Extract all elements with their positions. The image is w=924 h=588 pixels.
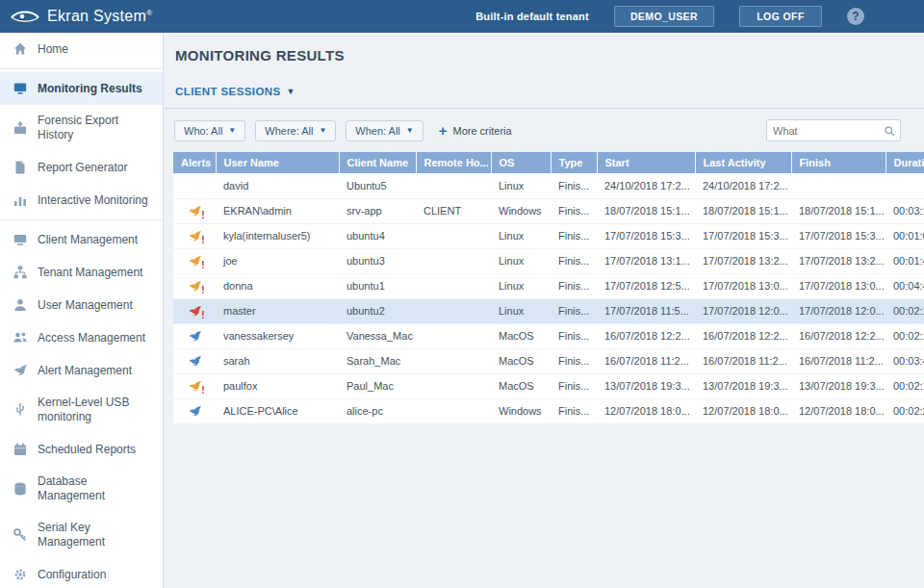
column-header-last-activity[interactable]: Last Activity [695, 152, 791, 173]
cell-start: 24/10/2018 17:2... [597, 173, 695, 198]
column-header-client-name[interactable]: Client Name [339, 152, 416, 173]
help-icon[interactable]: ? [847, 8, 864, 25]
cell-type: Finis... [551, 198, 597, 223]
session-row[interactable]: !donnaubuntu1LinuxFinis...17/07/2018 12:… [173, 273, 924, 298]
user-menu-button[interactable]: DEMO_USER [614, 6, 714, 27]
session-row[interactable]: !paulfoxPaul_MacMacOSFinis...13/07/2018 … [173, 373, 924, 398]
cell-client: Paul_Mac [339, 373, 416, 398]
column-header-remote-ho[interactable]: Remote Ho... [416, 152, 491, 173]
sidebar-item-alert-management[interactable]: Alert Management [0, 354, 163, 387]
sidebar-item-kernel-level-usb-monitoring[interactable]: Kernel-Level USB monitoring [0, 387, 163, 433]
main-content: MONITORING RESULTS CLIENT SESSIONS ▼ Who… [165, 33, 924, 588]
alerts-cell: ! [173, 298, 216, 323]
cell-os: Windows [491, 198, 551, 223]
cell-client: Sarah_Mac [339, 348, 416, 373]
sidebar-item-report-generator[interactable]: Report Generator [0, 151, 163, 184]
cell-client: Vanessa_Mac [339, 323, 416, 348]
sidebar-item-configuration[interactable]: Configuration [0, 558, 163, 588]
cell-finish: 16/07/2018 11:2... [791, 348, 886, 373]
sidebar-item-serial-key-management[interactable]: Serial Key Management [0, 512, 163, 558]
session-row[interactable]: !kyla(internaluser5)ubuntu4LinuxFinis...… [173, 223, 924, 248]
sidebar-item-monitoring-results[interactable]: Monitoring Results [0, 72, 163, 105]
page-title: MONITORING RESULTS [175, 47, 924, 64]
cell-os: Linux [491, 248, 551, 273]
sidebar-item-label: Alert Management [38, 364, 132, 378]
sidebar-item-forensic-export-history[interactable]: Forensic Export History [0, 105, 163, 151]
column-header-type[interactable]: Type [551, 152, 597, 173]
cell-start: 12/07/2018 18:0... [597, 398, 695, 423]
cell-duration: 00:04:44 [886, 273, 924, 298]
session-row[interactable]: !masterubuntu2LinuxFinis...17/07/2018 11… [173, 298, 924, 323]
cell-remote: CLIENT [416, 198, 491, 223]
column-header-user-name[interactable]: User Name [216, 152, 339, 173]
cell-start: 17/07/2018 11:5... [597, 298, 695, 323]
search-input[interactable] [767, 125, 884, 137]
cell-last: 17/07/2018 13:2... [695, 248, 791, 273]
column-header-start[interactable]: Start [597, 152, 695, 173]
alert-flag-icon: ! [188, 204, 202, 218]
alert-flag-icon [188, 329, 202, 344]
tab-client-sessions[interactable]: CLIENT SESSIONS ▼ [175, 86, 295, 97]
sidebar-item-label: Scheduled Reports [38, 443, 136, 457]
cell-duration: 00:02:14 [886, 323, 924, 348]
cell-client: ubuntu1 [339, 273, 416, 298]
cell-os: Linux [491, 173, 551, 198]
cell-os: MacOS [491, 348, 551, 373]
cell-start: 17/07/2018 15:3... [597, 223, 695, 248]
session-row[interactable]: ALICE-PC\Alicealice-pcWindowsFinis...12/… [173, 398, 924, 423]
cell-last: 17/07/2018 15:3... [695, 223, 791, 248]
cell-duration: 00:02:14 [886, 373, 924, 398]
sidebar-item-tenant-management[interactable]: Tenant Management [0, 256, 163, 289]
cell-client: ubuntu2 [339, 298, 416, 323]
sidebar-item-interactive-monitoring[interactable]: Interactive Monitoring [0, 184, 163, 217]
column-header-os[interactable]: OS [491, 152, 551, 173]
sidebar-item-access-management[interactable]: Access Management [0, 321, 163, 354]
column-header-finish[interactable]: Finish [791, 152, 886, 173]
sidebar-item-label: Interactive Monitoring [38, 193, 148, 208]
session-row[interactable]: vanessakerseyVanessa_MacMacOSFinis...16/… [173, 323, 924, 348]
cell-type: Finis... [551, 323, 597, 348]
ekran-eye-icon [10, 8, 40, 25]
more-criteria-button[interactable]: + More criteria [439, 123, 512, 138]
alerts-cell: ! [173, 223, 216, 248]
cell-finish: 13/07/2018 19:3... [791, 373, 886, 398]
sidebar-item-user-management[interactable]: User Management [0, 289, 163, 321]
cell-remote [416, 223, 491, 248]
alert-flag-icon [188, 404, 202, 419]
cell-last: 18/07/2018 15:1... [695, 198, 791, 223]
cell-type: Finis... [551, 348, 597, 373]
column-header-alerts[interactable]: Alerts [173, 152, 216, 173]
filter-bar: Who: All▼Where: All▼When: All▼ + More cr… [165, 109, 924, 152]
sidebar-item-label: Home [38, 42, 68, 57]
alert-exclamation-mark: ! [201, 261, 204, 270]
session-row[interactable]: davidUbuntu5LinuxFinis...24/10/2018 17:2… [173, 173, 924, 198]
column-header-duration[interactable]: Duration [886, 152, 924, 173]
filter-chip-when[interactable]: When: All▼ [346, 120, 423, 141]
cell-remote [416, 348, 491, 373]
filter-chip-who[interactable]: Who: All▼ [174, 120, 245, 141]
logoff-button[interactable]: LOG OFF [739, 6, 822, 27]
serial-key-management-icon [13, 527, 28, 543]
sidebar-item-label: Access Management [38, 331, 145, 345]
sidebar-item-client-management[interactable]: Client Management [0, 223, 163, 256]
alerts-cell: ! [173, 373, 216, 398]
cell-duration: 00:02:20 [886, 398, 924, 423]
sidebar-item-label: User Management [38, 298, 133, 313]
access-management-icon [13, 330, 28, 345]
session-row[interactable]: !joeubuntu3LinuxFinis...17/07/2018 13:1.… [173, 248, 924, 273]
filter-chip-where[interactable]: Where: All▼ [255, 120, 336, 141]
cell-remote [416, 323, 491, 348]
cell-finish [791, 173, 886, 198]
cell-user: EKRAN\admin [216, 198, 339, 223]
cell-finish: 17/07/2018 13:0... [791, 273, 886, 298]
session-row[interactable]: sarahSarah_MacMacOSFinis...16/07/2018 11… [173, 348, 924, 373]
sidebar-item-scheduled-reports[interactable]: Scheduled Reports [0, 433, 163, 466]
sidebar-item-database-management[interactable]: Database Management [0, 466, 163, 512]
alert-exclamation-mark: ! [201, 286, 204, 295]
tenant-management-icon [13, 265, 28, 280]
database-management-icon [13, 481, 28, 497]
sidebar-item-home[interactable]: Home [0, 33, 163, 65]
session-row[interactable]: !EKRAN\adminsrv-appCLIENTWindowsFinis...… [173, 198, 924, 223]
search-icon[interactable] [884, 124, 896, 137]
cell-user: master [216, 298, 339, 323]
